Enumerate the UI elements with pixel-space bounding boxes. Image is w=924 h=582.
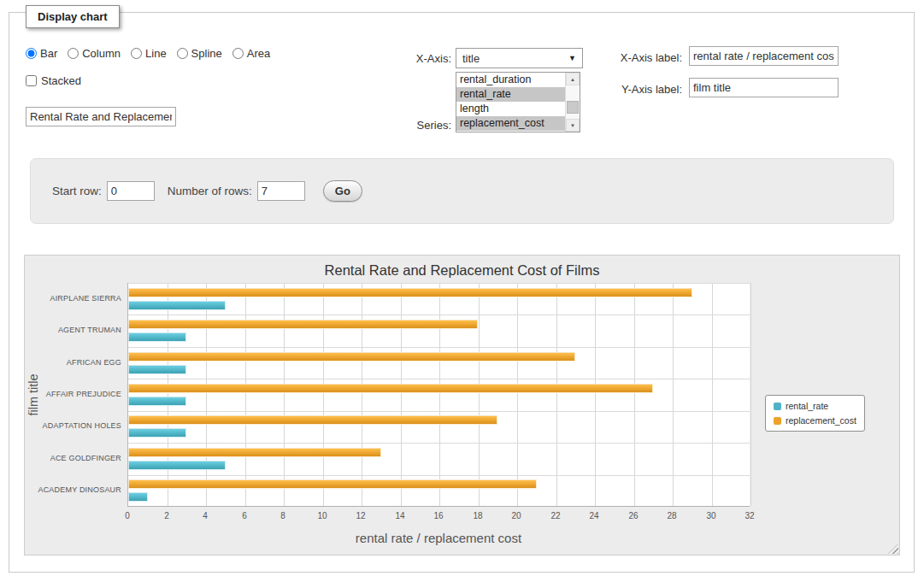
x-tick-label: 2 — [154, 511, 180, 520]
chart-type-option-bar[interactable]: Bar — [26, 47, 57, 60]
xaxis-select[interactable]: title ▼ — [456, 48, 583, 68]
bar-rental_rate[interactable] — [128, 492, 148, 502]
category-label: ADAPTATION HOLES — [25, 421, 121, 431]
gridline-vertical — [712, 283, 713, 506]
bar-replacement_cost[interactable] — [128, 352, 575, 362]
series-listbox-label: Series: — [374, 119, 451, 132]
category-label: ACE GOLDFINGER — [25, 454, 121, 463]
gridline-horizontal — [128, 411, 750, 412]
chart-type-radio-bar[interactable] — [26, 48, 37, 59]
chart-type-option-column[interactable]: Column — [68, 47, 121, 60]
yaxis-label-field-label: Y-Axis label: — [590, 83, 682, 97]
chart-type-radio-column[interactable] — [68, 48, 79, 59]
series-listbox[interactable]: rental_durationrental_ratelengthreplacem… — [456, 72, 580, 132]
legend-item-replacement_cost[interactable]: replacement_cost — [774, 415, 856, 426]
x-tick-label: 22 — [543, 511, 568, 520]
x-tick-label: 6 — [232, 511, 257, 520]
gridline-horizontal — [128, 315, 750, 315]
chart-type-text-area: Area — [247, 47, 270, 60]
bar-rental_rate[interactable] — [128, 397, 186, 406]
scroll-down-icon[interactable]: ▼ — [566, 119, 580, 132]
gridline-vertical — [206, 283, 207, 506]
x-tick-label: 18 — [465, 511, 491, 520]
xaxis-label-input[interactable] — [689, 46, 839, 66]
gridline-vertical — [595, 283, 596, 506]
gridline-vertical — [245, 283, 246, 506]
stacked-checkbox[interactable] — [26, 75, 37, 86]
x-tick-label: 14 — [387, 511, 413, 520]
x-tick-label: 16 — [426, 511, 451, 520]
chart-type-option-area[interactable]: Area — [232, 47, 270, 60]
listbox-scrollbar[interactable]: ▲ ▼ — [565, 73, 580, 132]
gridline-vertical — [750, 283, 751, 506]
dropdown-arrow-icon: ▼ — [568, 54, 576, 62]
x-tick-label: 10 — [309, 511, 335, 520]
plot-area — [127, 283, 750, 507]
gridline-vertical — [556, 283, 557, 506]
gridline-vertical — [479, 283, 480, 506]
category-label: AFRICAN EGG — [25, 358, 121, 367]
scrollbar-track[interactable] — [566, 85, 580, 119]
series-option-rental_duration[interactable]: rental_duration — [456, 73, 565, 87]
bar-replacement_cost[interactable] — [128, 320, 478, 329]
bar-rental_rate[interactable] — [128, 365, 186, 374]
gridline-vertical — [401, 283, 402, 506]
bar-rental_rate[interactable] — [128, 428, 186, 438]
bar-replacement_cost[interactable] — [128, 479, 537, 489]
chart-title-input[interactable] — [26, 107, 176, 126]
bar-rental_rate[interactable] — [128, 332, 186, 342]
gridline-vertical — [439, 283, 440, 506]
x-tick-label: 12 — [348, 511, 374, 520]
chart-type-option-line[interactable]: Line — [131, 47, 167, 60]
x-tick-label: 24 — [581, 511, 607, 520]
num-rows-label: Number of rows: — [168, 185, 252, 197]
series-option-rental_rate[interactable]: rental_rate — [456, 87, 565, 102]
bar-replacement_cost[interactable] — [128, 384, 653, 393]
gridline-vertical — [634, 283, 635, 506]
series-option-replacement_cost[interactable]: replacement_cost — [456, 116, 565, 131]
stacked-option[interactable]: Stacked — [26, 74, 81, 87]
bar-rental_rate[interactable] — [128, 461, 226, 470]
gridline-vertical — [362, 283, 362, 506]
scrollbar-thumb[interactable] — [567, 101, 579, 114]
series-listbox-items: rental_durationrental_ratelengthreplacem… — [456, 73, 565, 132]
x-axis-title: rental rate / replacement cost — [127, 531, 750, 545]
chart-type-text-bar: Bar — [40, 47, 57, 60]
x-tick-label: 30 — [698, 511, 724, 520]
legend-item-rental_rate[interactable]: rental_rate — [774, 401, 856, 411]
chart-type-radio-area[interactable] — [232, 48, 244, 59]
yaxis-label-input[interactable] — [689, 78, 839, 97]
chart-type-text-spline: Spline — [191, 47, 222, 60]
chart-canvas: Rental Rate and Replacement Cost of Film… — [24, 255, 900, 556]
xaxis-select-label: X-Axis: — [374, 52, 451, 66]
panel-title: Display chart — [26, 5, 120, 28]
num-rows-input[interactable] — [257, 181, 305, 201]
gridline-horizontal — [128, 283, 750, 284]
gridline-vertical — [168, 283, 168, 506]
legend-swatch — [774, 417, 781, 425]
bar-replacement_cost[interactable] — [128, 288, 692, 297]
row-range-panel: Start row: Number of rows: Go — [30, 158, 894, 224]
bar-replacement_cost[interactable] — [128, 415, 497, 425]
x-tick-label: 20 — [503, 511, 529, 520]
series-option-length[interactable]: length — [456, 102, 565, 116]
bar-replacement_cost[interactable] — [128, 448, 381, 457]
category-label: AIRPLANE SIERRA — [25, 294, 121, 303]
gridline-horizontal — [128, 443, 750, 444]
xaxis-label-field-label: X-Axis label: — [590, 51, 682, 65]
chart-type-radio-spline[interactable] — [177, 48, 188, 59]
chart-type-option-spline[interactable]: Spline — [177, 47, 222, 60]
resize-handle-icon[interactable] — [888, 544, 898, 554]
x-tick-label: 26 — [621, 511, 646, 520]
bar-rental_rate[interactable] — [128, 301, 226, 310]
start-row-input[interactable] — [107, 181, 155, 201]
go-button[interactable]: Go — [323, 180, 362, 202]
chart-type-radio-line[interactable] — [131, 48, 142, 59]
gridline-vertical — [673, 283, 674, 506]
x-tick-label: 4 — [192, 511, 218, 520]
category-label: ACADEMY DINOSAUR — [25, 485, 121, 495]
scroll-up-icon[interactable]: ▲ — [566, 73, 580, 85]
chart-type-text-line: Line — [145, 47, 167, 60]
gridline-horizontal — [128, 379, 750, 379]
legend-swatch — [774, 403, 781, 410]
